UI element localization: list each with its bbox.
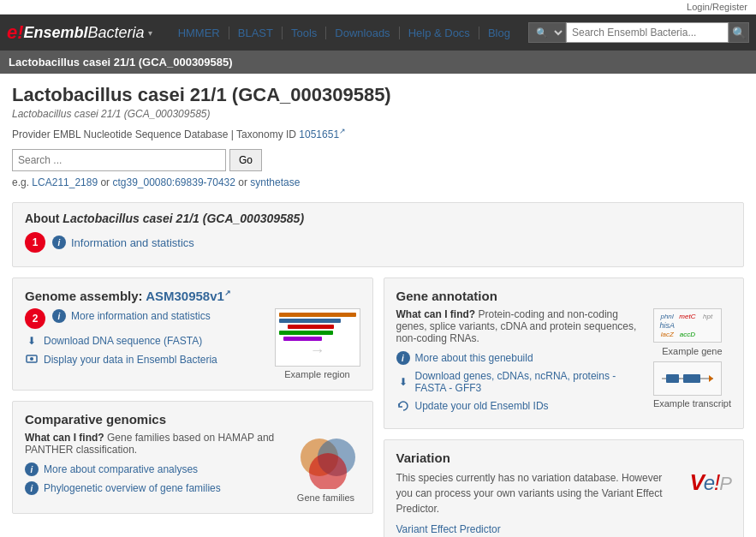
nav-downloads-link[interactable]: Downloads bbox=[326, 27, 399, 39]
logo: e! Ensembl Bacteria ▾ bbox=[7, 21, 152, 44]
comparative-links: What can I find? Gene families based on … bbox=[25, 432, 283, 500]
example-transcript-visual bbox=[653, 361, 722, 396]
display-icon bbox=[25, 353, 39, 367]
genebuild-link-item: i More about this genebuild bbox=[396, 351, 645, 365]
search-form: Go bbox=[12, 149, 744, 171]
about-section: About Lactobacillus casei 21/1 (GCA_0003… bbox=[12, 202, 744, 267]
genome-example-image: → Example region bbox=[275, 308, 360, 379]
example-or-2: or bbox=[238, 176, 247, 188]
about-title-prefix: About bbox=[25, 212, 63, 225]
download-genes-icon: ⬇ bbox=[396, 375, 410, 389]
variation-inner: This species currently has no variation … bbox=[396, 470, 732, 537]
vep-link[interactable]: Variant Effect Predictor bbox=[396, 523, 501, 535]
left-column: Genome assembly: ASM30958v1 2 i More inf… bbox=[12, 277, 373, 537]
logo-e-icon: e! bbox=[7, 21, 24, 44]
search-input[interactable] bbox=[12, 149, 226, 171]
login-register-link[interactable]: Login/Register bbox=[687, 2, 747, 12]
vep-logo-area: Ve!P bbox=[689, 470, 731, 495]
gene-annotation-what-label: What can I find? bbox=[396, 308, 476, 320]
svg-rect-7 bbox=[683, 374, 700, 383]
info-icon-comparative-2: i bbox=[25, 481, 39, 495]
main-content: Lactobacillus casei 21/1 (GCA_000309585)… bbox=[0, 74, 756, 537]
more-about-genebuild-link[interactable]: More about this genebuild bbox=[415, 352, 533, 364]
download-dna-link[interactable]: Download DNA sequence (FASTA) bbox=[44, 335, 202, 347]
comparative-link-1: i More about comparative analyses bbox=[25, 462, 283, 476]
info-icon-comparative-1: i bbox=[25, 462, 39, 476]
genome-info-link-item: i More information and statistics bbox=[52, 309, 211, 323]
comparative-link-2: i Phylogenetic overview of gene families bbox=[25, 481, 283, 495]
update-ensembl-ids-link[interactable]: Update your old Ensembl IDs bbox=[415, 400, 549, 412]
vep-logo: Ve!P bbox=[689, 470, 731, 495]
comparative-desc: What can I find? Gene families based on … bbox=[25, 432, 283, 456]
genome-assembly-section: Genome assembly: ASM30958v1 2 i More inf… bbox=[12, 277, 373, 391]
gene-families-visual bbox=[292, 432, 360, 490]
example-link-1[interactable]: LCA211_2189 bbox=[32, 176, 98, 188]
search-go-button[interactable]: Go bbox=[229, 149, 262, 171]
page-subtitle: Lactobacillus casei 21/1 (GCA_000309585) bbox=[12, 108, 744, 120]
more-about-comparative-link[interactable]: More about comparative analyses bbox=[44, 463, 198, 475]
nav-search-area: 🔍 🔍 bbox=[528, 22, 749, 43]
variation-links: This species currently has no variation … bbox=[396, 470, 682, 537]
download-genes-link[interactable]: Download genes, cDNAs, ncRNA, proteins -… bbox=[415, 370, 645, 394]
nav-hmmer-link[interactable]: HMMER bbox=[170, 27, 229, 39]
example-or-1: or bbox=[100, 176, 110, 188]
vep-link-item: Variant Effect Predictor bbox=[396, 523, 682, 535]
breadcrumb-text: Lactobacillus casei 21/1 (GCA_000309585) bbox=[9, 56, 233, 69]
gene-annotation-section: Gene annotation What can I find? Protein… bbox=[384, 277, 745, 429]
taxonomy-label: | Taxonomy ID bbox=[231, 128, 296, 140]
download-genes-link-item: ⬇ Download genes, cDNAs, ncRNA, proteins… bbox=[396, 370, 645, 394]
number-2-badge: 2 bbox=[25, 308, 45, 329]
nav-links: HMMER BLAST Tools Downloads Help & Docs … bbox=[170, 27, 528, 39]
example-link-2[interactable]: ctg39_00080:69839-70432 bbox=[112, 176, 235, 188]
variation-desc: This species currently has no variation … bbox=[396, 470, 682, 516]
logo-dropdown-icon[interactable]: ▾ bbox=[148, 28, 152, 38]
comparative-what-label: What can I find? bbox=[25, 432, 104, 444]
update-ids-icon bbox=[396, 399, 410, 413]
nav-search-input[interactable] bbox=[566, 22, 729, 43]
assembly-link[interactable]: ASM30958v1 bbox=[146, 289, 231, 303]
nav-blog-link[interactable]: Blog bbox=[479, 27, 519, 39]
variation-section: Variation This species currently has no … bbox=[384, 439, 745, 537]
svg-rect-6 bbox=[666, 374, 679, 383]
phylogenetic-overview-link[interactable]: Phylogenetic overview of gene families bbox=[44, 482, 221, 494]
navbar: e! Ensembl Bacteria ▾ HMMER BLAST Tools … bbox=[0, 15, 756, 51]
nav-tools-link[interactable]: Tools bbox=[283, 27, 326, 39]
genome-display-link-item: Display your data in Ensembl Bacteria bbox=[25, 353, 266, 367]
nav-search-select[interactable]: 🔍 bbox=[528, 22, 566, 43]
breadcrumb-bar: Lactobacillus casei 21/1 (GCA_000309585) bbox=[0, 51, 756, 74]
logo-bacteria-text: Bacteria bbox=[88, 24, 145, 42]
gene-annotation-title: Gene annotation bbox=[396, 289, 732, 303]
gene-families-image: Gene families bbox=[292, 432, 360, 503]
gene-annotation-desc: What can I find? Protein-coding and non-… bbox=[396, 308, 645, 344]
information-statistics-link[interactable]: Information and statistics bbox=[71, 236, 194, 249]
about-title: About Lactobacillus casei 21/1 (GCA_0003… bbox=[25, 212, 731, 225]
example-gene-visual: phnImetChpt hisA lacZaccD bbox=[653, 308, 722, 343]
genome-download-link-item: ⬇ Download DNA sequence (FASTA) bbox=[25, 334, 266, 348]
transcript-svg bbox=[658, 366, 717, 391]
more-info-statistics-link[interactable]: More information and statistics bbox=[71, 310, 211, 322]
logo-ensembl-text: Ensembl bbox=[24, 24, 88, 42]
taxonomy-id-link[interactable]: 1051651 bbox=[299, 128, 346, 140]
nav-help-link[interactable]: Help & Docs bbox=[400, 27, 479, 39]
gene-annotation-images: phnImetChpt hisA lacZaccD Example gene bbox=[653, 308, 731, 409]
gene-annotation-links: What can I find? Protein-coding and non-… bbox=[396, 308, 645, 418]
genome-title-label: Genome assembly: bbox=[25, 289, 146, 303]
info-icon-genome: i bbox=[52, 309, 66, 323]
download-icon: ⬇ bbox=[25, 334, 39, 348]
topbar: Login/Register bbox=[0, 0, 756, 15]
example-link-3[interactable]: synthetase bbox=[250, 176, 300, 188]
comparative-title: Comparative genomics bbox=[25, 412, 360, 427]
svg-point-4 bbox=[309, 453, 347, 489]
example-region-visual: → bbox=[275, 308, 360, 367]
variation-title: Variation bbox=[396, 450, 732, 465]
two-column-layout: Genome assembly: ASM30958v1 2 i More inf… bbox=[12, 277, 744, 537]
about-title-organism: Lactobacillus casei 21/1 (GCA_000309585) bbox=[63, 212, 304, 225]
provider-name: EMBL Nucleotide Sequence Database bbox=[53, 128, 228, 140]
about-info-link-item: i Information and statistics bbox=[52, 236, 194, 249]
nav-search-button[interactable]: 🔍 bbox=[729, 22, 749, 43]
example-region-label: Example region bbox=[275, 369, 360, 379]
provider-label: Provider bbox=[12, 128, 51, 140]
nav-blast-link[interactable]: BLAST bbox=[229, 27, 283, 39]
display-data-link[interactable]: Display your data in Ensembl Bacteria bbox=[44, 354, 217, 366]
example-gene-label: Example gene bbox=[653, 346, 731, 356]
